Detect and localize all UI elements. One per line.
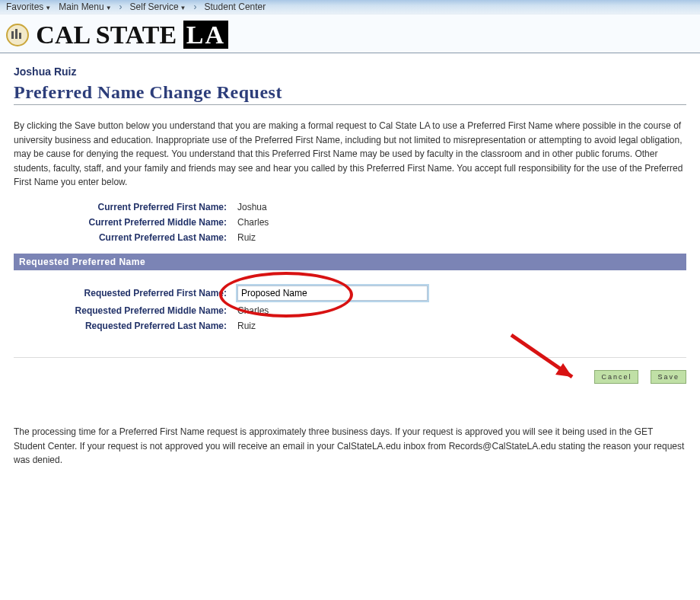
requested-first-label: Requested Preferred First Name: bbox=[14, 288, 237, 298]
chevron-down-icon: ▼ bbox=[180, 5, 186, 11]
brand-header: CAL STATE LA bbox=[0, 14, 700, 53]
button-row: Cancel Save bbox=[14, 357, 686, 384]
nav-self-service[interactable]: Self Service▼ bbox=[130, 2, 186, 12]
chevron-right-icon: › bbox=[194, 2, 197, 12]
chevron-down-icon: ▼ bbox=[45, 5, 51, 11]
nav-main-menu[interactable]: Main Menu▼ bbox=[59, 2, 111, 12]
requested-first-input[interactable] bbox=[237, 286, 428, 301]
requested-last-label: Requested Preferred Last Name: bbox=[14, 321, 237, 331]
annotation-arrow bbox=[504, 327, 595, 392]
current-name-block: Current Preferred First Name: Joshua Cur… bbox=[14, 202, 686, 243]
nav-favorites[interactable]: Favorites▼ bbox=[6, 2, 51, 12]
current-first-value: Joshua bbox=[237, 202, 267, 212]
nav-student-center[interactable]: Student Center bbox=[205, 2, 266, 12]
brand-name: CAL STATE LA bbox=[36, 21, 228, 49]
student-name: Joshua Ruiz bbox=[14, 65, 686, 78]
brand-logo-icon bbox=[6, 24, 29, 46]
requested-middle-label: Requested Preferred Middle Name: bbox=[14, 305, 237, 316]
main-content: Joshua Ruiz Preferred Name Change Reques… bbox=[0, 53, 700, 498]
cancel-button[interactable]: Cancel bbox=[594, 370, 638, 384]
current-middle-label: Current Preferred Middle Name: bbox=[14, 217, 237, 228]
section-requested-name: Requested Preferred Name bbox=[14, 254, 686, 270]
current-middle-value: Charles bbox=[237, 217, 269, 228]
save-button[interactable]: Save bbox=[651, 370, 686, 384]
chevron-down-icon: ▼ bbox=[106, 5, 112, 11]
chevron-right-icon: › bbox=[119, 2, 123, 12]
disclaimer-text: By clicking the Save button below you un… bbox=[14, 119, 686, 190]
requested-name-block: Requested Preferred First Name: Requeste… bbox=[14, 286, 686, 331]
svg-line-0 bbox=[511, 335, 572, 377]
footer-text: The processing time for a Preferred Firs… bbox=[14, 425, 686, 468]
page-title: Preferred Name Change Request bbox=[14, 82, 686, 105]
requested-last-value: Ruiz bbox=[237, 321, 256, 331]
top-nav-bar: Favorites▼ Main Menu▼ › Self Service▼ › … bbox=[0, 0, 700, 14]
requested-middle-value: Charles bbox=[237, 305, 269, 316]
current-first-label: Current Preferred First Name: bbox=[14, 202, 237, 212]
current-last-value: Ruiz bbox=[237, 232, 256, 243]
svg-marker-1 bbox=[555, 363, 572, 377]
current-last-label: Current Preferred Last Name: bbox=[14, 232, 237, 243]
